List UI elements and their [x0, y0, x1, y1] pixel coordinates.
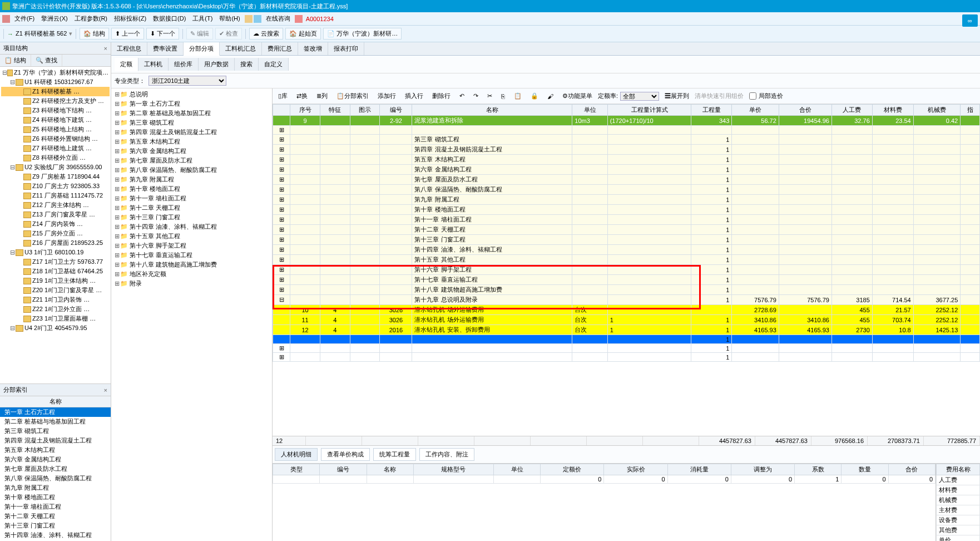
undo-icon[interactable]: ↶ [456, 91, 468, 101]
index-row[interactable]: 第二章 桩基础与地基加固工程 [0, 417, 111, 426]
next-button[interactable]: ⬇下一个 [146, 28, 179, 40]
fee-row[interactable]: 其他费 [937, 525, 980, 535]
grid-header[interactable]: 单价 [732, 105, 779, 116]
grid-row[interactable]: ⊞第十五章 其他工程1 [273, 255, 980, 265]
grid-header[interactable]: 图示 [350, 105, 380, 116]
local-cost-checkbox[interactable] [749, 92, 756, 100]
tree-node[interactable]: Z12 厂房主体结构 … [1, 200, 110, 210]
category-node[interactable]: ⊞📁 第九章 附属工程 [112, 175, 271, 184]
tree-node[interactable]: Z14 厂房内装饰 … [1, 219, 110, 229]
lib-button[interactable]: ▯库 [275, 90, 291, 102]
sub-tab[interactable]: 组价库 [169, 58, 199, 71]
detail-tab[interactable]: 工作内容、附注 [419, 448, 474, 461]
category-node[interactable]: ⊞📁 第十四章 油漆、涂料、裱糊工程 [112, 222, 271, 232]
detail-grid[interactable]: 类型编号名称规格型号单位定额价实际价消耗量调整为系数数量合价0000100 [273, 464, 936, 541]
grid-row[interactable]: ⊞第十六章 脚手架工程1 [273, 265, 980, 275]
grid-row[interactable]: ⊞第十四章 油漆、涂料、裱糊工程1 [273, 245, 980, 255]
tree-node[interactable]: Z15 厂房外立面 … [1, 229, 110, 238]
main-grid[interactable]: 序号特征图示编号名称单位工程量计算式工程量单价合价人工费材料费机械费指92-92… [273, 104, 980, 436]
index-row[interactable]: 第一章 土石方工程 [0, 407, 111, 417]
index-row[interactable]: 第三章 砌筑工程 [0, 426, 111, 436]
grid-row[interactable]: ⊞第五章 木结构工程1 [273, 155, 980, 165]
project-tree[interactable]: ⊟Z1 万华（宁波）新材料研究院项… ⊟U1 科研楼 150312967.67Z… [0, 67, 111, 383]
tree-node[interactable]: ⊟U1 科研楼 150312967.67 [1, 77, 110, 87]
index-row[interactable]: 第九章 附属工程 [0, 483, 111, 493]
fee-row[interactable]: 材料费 [937, 485, 980, 495]
grid-header[interactable]: 人工费 [831, 105, 872, 116]
fee-row[interactable]: 机械费 [937, 495, 980, 505]
structure-button[interactable]: 🏠结构 [80, 28, 109, 40]
grid-row[interactable]: ⊞第八章 保温隔热、耐酸防腐工程1 [273, 185, 980, 195]
category-node[interactable]: ⊞📁 第十一章 墙柱面工程 [112, 194, 271, 203]
index-row[interactable]: 第十一章 墙柱面工程 [0, 502, 111, 512]
menu-item[interactable]: 文件(F) [11, 14, 38, 23]
index-row[interactable]: 第七章 屋面及防水工程 [0, 464, 111, 474]
tree-node[interactable]: Z10 厂房土方 923805.33 [1, 181, 110, 191]
category-node[interactable]: ⊞📁 第十二章 天棚工程 [112, 203, 271, 213]
delete-row-button[interactable]: 删除行 [429, 90, 454, 102]
grid-row[interactable]: 1 [273, 335, 980, 344]
main-tab[interactable]: 分部分项 [184, 42, 220, 56]
grid-row[interactable]: ⊞第十一章 墙柱面工程1 [273, 215, 980, 225]
tree-node[interactable]: Z3 科研楼地下结构 … [1, 106, 110, 115]
category-node[interactable]: ⊞📁 第十八章 建筑物超高施工增加费 [112, 260, 271, 269]
grid-row[interactable]: 92-92泥浆池建造和拆除10m3(1720+1710)/1034356.721… [273, 116, 980, 126]
grid-row[interactable]: ⊞ [273, 126, 980, 135]
grid-row[interactable]: ⊞第三章 砌筑工程1 [273, 135, 980, 145]
tree-node[interactable]: ⊟U4 2#门卫 4054579.95 [1, 323, 110, 333]
lock-icon[interactable]: 🔒 [527, 91, 542, 101]
menu-item[interactable]: 招标投标(Z) [111, 14, 150, 23]
grid-header[interactable] [273, 105, 290, 116]
category-tree[interactable]: ⊞📁 总说明⊞📁 第一章 土石方工程⊞📁 第二章 桩基础及地基加固工程⊞📁 第三… [111, 88, 273, 541]
swap-button[interactable]: ⇄换 [293, 90, 311, 102]
grid-row[interactable]: ⊞1 [273, 344, 980, 353]
sub-tab[interactable]: 工料机 [138, 58, 169, 71]
grid-row[interactable]: ⊟第十九章 总说明及附录17576.797576.793185714.54367… [273, 295, 980, 305]
tree-node[interactable]: Z19 1#门卫主体结构 … [1, 276, 110, 286]
grid-header[interactable]: 单位 [572, 105, 607, 116]
category-node[interactable]: ⊞📁 第四章 混凝土及钢筋混凝土工程 [112, 127, 271, 137]
tree-node[interactable]: Z7 科研楼地上建筑 … [1, 144, 110, 153]
category-node[interactable]: ⊞📁 第五章 木结构工程 [112, 137, 271, 146]
sub-tab[interactable]: 自定义 [259, 58, 289, 71]
category-node[interactable]: ⊞📁 附录 [112, 279, 271, 288]
tree-node[interactable]: Z18 1#门卫基础 67464.25 [1, 267, 110, 276]
index-row[interactable]: 第六章 金属结构工程 [0, 455, 111, 464]
menu-item[interactable]: 数据接口(D) [150, 14, 189, 23]
tree-node[interactable]: Z6 科研楼外置钢结构 … [1, 134, 110, 144]
category-node[interactable]: ⊞📁 总说明 [112, 90, 271, 99]
sub-tab[interactable]: 用户数据 [199, 58, 235, 71]
tab-search[interactable]: 🔍查找 [31, 55, 62, 66]
tree-node[interactable]: Z5 科研楼地上结构 … [1, 125, 110, 134]
detail-tab[interactable]: 统筹工程量 [373, 448, 416, 461]
index-row[interactable]: 第十二章 天棚工程 [0, 512, 111, 521]
tree-node[interactable]: ⊟U2 实验线厂房 39655559.00 [1, 163, 110, 172]
close-icon[interactable]: × [104, 45, 107, 52]
tree-node[interactable]: ⊟U3 1#门卫 680100.19 [1, 248, 110, 257]
main-tab[interactable]: 工程信息 [111, 42, 147, 55]
insert-row-button[interactable]: 插入行 [402, 90, 427, 102]
category-node[interactable]: ⊞📁 第十六章 脚手架工程 [112, 241, 271, 250]
sub-tab[interactable]: 定额 [115, 58, 138, 71]
sub-tab[interactable]: 搜索 [235, 58, 259, 71]
fee-row[interactable]: 人工费 [937, 475, 980, 485]
prev-button[interactable]: ⬆上一个 [111, 28, 144, 40]
tree-node[interactable]: Z13 厂房门窗及零星 … [1, 210, 110, 219]
grid-header[interactable]: 特征 [320, 105, 350, 116]
expand-button[interactable]: ☰展开到 [661, 90, 692, 102]
tree-node[interactable]: Z16 厂房屋面 2189523.25 [1, 238, 110, 248]
category-node[interactable]: ⊞📁 第十五章 其他工程 [112, 232, 271, 241]
grid-row[interactable]: ⊞第六章 金属结构工程1 [273, 165, 980, 175]
grid-row[interactable]: 1143026潜水钻孔机 场外运输费用台次113410.863410.86455… [273, 315, 980, 325]
category-node[interactable]: ⊞📁 第十章 楼地面工程 [112, 184, 271, 194]
menu-item[interactable]: 帮助(H) [216, 14, 243, 23]
category-node[interactable]: ⊞📁 第十三章 门窗工程 [112, 213, 271, 222]
fee-row[interactable]: 单价 [937, 535, 980, 542]
menu-item[interactable]: 工具(T) [189, 14, 216, 23]
brush-icon[interactable]: 🖌 [544, 91, 557, 101]
menu-item[interactable]: 工程参数(R) [71, 14, 111, 23]
index-row[interactable]: 第十章 楼地面工程 [0, 493, 111, 502]
grid-row[interactable]: ⊞第七章 屋面及防水工程1 [273, 175, 980, 185]
check-button[interactable]: ✔检查 [215, 28, 242, 40]
menu-item[interactable]: 擎洲云(X) [38, 14, 71, 23]
